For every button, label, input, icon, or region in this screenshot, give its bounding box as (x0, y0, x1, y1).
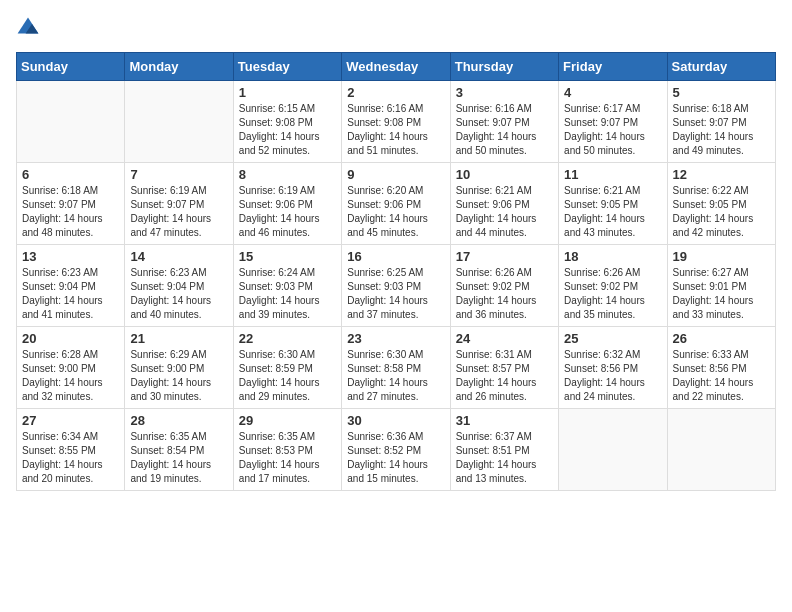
calendar-cell (17, 81, 125, 163)
calendar-header-monday: Monday (125, 53, 233, 81)
day-number: 1 (239, 85, 336, 100)
calendar-cell: 21Sunrise: 6:29 AM Sunset: 9:00 PM Dayli… (125, 327, 233, 409)
day-info: Sunrise: 6:22 AM Sunset: 9:05 PM Dayligh… (673, 184, 770, 240)
calendar-week-3: 20Sunrise: 6:28 AM Sunset: 9:00 PM Dayli… (17, 327, 776, 409)
day-info: Sunrise: 6:17 AM Sunset: 9:07 PM Dayligh… (564, 102, 661, 158)
day-number: 10 (456, 167, 553, 182)
page-header (16, 16, 776, 40)
calendar-header-row: SundayMondayTuesdayWednesdayThursdayFrid… (17, 53, 776, 81)
calendar-cell: 11Sunrise: 6:21 AM Sunset: 9:05 PM Dayli… (559, 163, 667, 245)
day-number: 14 (130, 249, 227, 264)
calendar-cell (125, 81, 233, 163)
calendar-header-thursday: Thursday (450, 53, 558, 81)
day-info: Sunrise: 6:25 AM Sunset: 9:03 PM Dayligh… (347, 266, 444, 322)
calendar-week-2: 13Sunrise: 6:23 AM Sunset: 9:04 PM Dayli… (17, 245, 776, 327)
calendar-cell: 4Sunrise: 6:17 AM Sunset: 9:07 PM Daylig… (559, 81, 667, 163)
day-info: Sunrise: 6:35 AM Sunset: 8:53 PM Dayligh… (239, 430, 336, 486)
calendar-cell: 25Sunrise: 6:32 AM Sunset: 8:56 PM Dayli… (559, 327, 667, 409)
calendar-cell: 8Sunrise: 6:19 AM Sunset: 9:06 PM Daylig… (233, 163, 341, 245)
calendar-cell: 28Sunrise: 6:35 AM Sunset: 8:54 PM Dayli… (125, 409, 233, 491)
day-info: Sunrise: 6:30 AM Sunset: 8:58 PM Dayligh… (347, 348, 444, 404)
day-number: 7 (130, 167, 227, 182)
day-number: 31 (456, 413, 553, 428)
day-number: 18 (564, 249, 661, 264)
calendar-week-4: 27Sunrise: 6:34 AM Sunset: 8:55 PM Dayli… (17, 409, 776, 491)
calendar-cell: 13Sunrise: 6:23 AM Sunset: 9:04 PM Dayli… (17, 245, 125, 327)
day-info: Sunrise: 6:19 AM Sunset: 9:06 PM Dayligh… (239, 184, 336, 240)
day-number: 23 (347, 331, 444, 346)
calendar-header-friday: Friday (559, 53, 667, 81)
calendar-cell (667, 409, 775, 491)
day-number: 30 (347, 413, 444, 428)
day-number: 2 (347, 85, 444, 100)
day-info: Sunrise: 6:30 AM Sunset: 8:59 PM Dayligh… (239, 348, 336, 404)
day-info: Sunrise: 6:37 AM Sunset: 8:51 PM Dayligh… (456, 430, 553, 486)
day-number: 29 (239, 413, 336, 428)
day-number: 17 (456, 249, 553, 264)
day-number: 24 (456, 331, 553, 346)
logo (16, 16, 44, 40)
day-info: Sunrise: 6:26 AM Sunset: 9:02 PM Dayligh… (456, 266, 553, 322)
day-info: Sunrise: 6:27 AM Sunset: 9:01 PM Dayligh… (673, 266, 770, 322)
calendar-header-tuesday: Tuesday (233, 53, 341, 81)
calendar-cell: 27Sunrise: 6:34 AM Sunset: 8:55 PM Dayli… (17, 409, 125, 491)
logo-icon (16, 16, 40, 40)
calendar-cell: 15Sunrise: 6:24 AM Sunset: 9:03 PM Dayli… (233, 245, 341, 327)
calendar-header-wednesday: Wednesday (342, 53, 450, 81)
day-info: Sunrise: 6:28 AM Sunset: 9:00 PM Dayligh… (22, 348, 119, 404)
day-info: Sunrise: 6:16 AM Sunset: 9:07 PM Dayligh… (456, 102, 553, 158)
calendar-cell: 19Sunrise: 6:27 AM Sunset: 9:01 PM Dayli… (667, 245, 775, 327)
day-number: 25 (564, 331, 661, 346)
day-number: 6 (22, 167, 119, 182)
calendar-cell: 18Sunrise: 6:26 AM Sunset: 9:02 PM Dayli… (559, 245, 667, 327)
day-number: 9 (347, 167, 444, 182)
day-number: 4 (564, 85, 661, 100)
day-number: 11 (564, 167, 661, 182)
day-number: 19 (673, 249, 770, 264)
calendar-cell: 3Sunrise: 6:16 AM Sunset: 9:07 PM Daylig… (450, 81, 558, 163)
calendar-cell: 9Sunrise: 6:20 AM Sunset: 9:06 PM Daylig… (342, 163, 450, 245)
day-info: Sunrise: 6:31 AM Sunset: 8:57 PM Dayligh… (456, 348, 553, 404)
calendar-cell: 5Sunrise: 6:18 AM Sunset: 9:07 PM Daylig… (667, 81, 775, 163)
day-info: Sunrise: 6:20 AM Sunset: 9:06 PM Dayligh… (347, 184, 444, 240)
day-info: Sunrise: 6:29 AM Sunset: 9:00 PM Dayligh… (130, 348, 227, 404)
calendar-cell: 23Sunrise: 6:30 AM Sunset: 8:58 PM Dayli… (342, 327, 450, 409)
day-number: 12 (673, 167, 770, 182)
day-number: 13 (22, 249, 119, 264)
day-info: Sunrise: 6:33 AM Sunset: 8:56 PM Dayligh… (673, 348, 770, 404)
calendar-week-0: 1Sunrise: 6:15 AM Sunset: 9:08 PM Daylig… (17, 81, 776, 163)
day-info: Sunrise: 6:18 AM Sunset: 9:07 PM Dayligh… (22, 184, 119, 240)
calendar-cell: 6Sunrise: 6:18 AM Sunset: 9:07 PM Daylig… (17, 163, 125, 245)
day-number: 27 (22, 413, 119, 428)
day-number: 15 (239, 249, 336, 264)
day-number: 5 (673, 85, 770, 100)
day-info: Sunrise: 6:32 AM Sunset: 8:56 PM Dayligh… (564, 348, 661, 404)
day-info: Sunrise: 6:18 AM Sunset: 9:07 PM Dayligh… (673, 102, 770, 158)
calendar-cell: 26Sunrise: 6:33 AM Sunset: 8:56 PM Dayli… (667, 327, 775, 409)
day-number: 28 (130, 413, 227, 428)
day-info: Sunrise: 6:35 AM Sunset: 8:54 PM Dayligh… (130, 430, 227, 486)
day-info: Sunrise: 6:34 AM Sunset: 8:55 PM Dayligh… (22, 430, 119, 486)
calendar-cell: 14Sunrise: 6:23 AM Sunset: 9:04 PM Dayli… (125, 245, 233, 327)
calendar-table: SundayMondayTuesdayWednesdayThursdayFrid… (16, 52, 776, 491)
day-info: Sunrise: 6:23 AM Sunset: 9:04 PM Dayligh… (130, 266, 227, 322)
calendar-cell: 12Sunrise: 6:22 AM Sunset: 9:05 PM Dayli… (667, 163, 775, 245)
calendar-header-saturday: Saturday (667, 53, 775, 81)
day-info: Sunrise: 6:23 AM Sunset: 9:04 PM Dayligh… (22, 266, 119, 322)
calendar-header-sunday: Sunday (17, 53, 125, 81)
calendar-cell: 2Sunrise: 6:16 AM Sunset: 9:08 PM Daylig… (342, 81, 450, 163)
calendar-cell: 31Sunrise: 6:37 AM Sunset: 8:51 PM Dayli… (450, 409, 558, 491)
day-info: Sunrise: 6:19 AM Sunset: 9:07 PM Dayligh… (130, 184, 227, 240)
day-info: Sunrise: 6:16 AM Sunset: 9:08 PM Dayligh… (347, 102, 444, 158)
day-info: Sunrise: 6:15 AM Sunset: 9:08 PM Dayligh… (239, 102, 336, 158)
day-number: 3 (456, 85, 553, 100)
calendar-cell: 17Sunrise: 6:26 AM Sunset: 9:02 PM Dayli… (450, 245, 558, 327)
day-number: 20 (22, 331, 119, 346)
day-info: Sunrise: 6:21 AM Sunset: 9:05 PM Dayligh… (564, 184, 661, 240)
calendar-week-1: 6Sunrise: 6:18 AM Sunset: 9:07 PM Daylig… (17, 163, 776, 245)
calendar-cell (559, 409, 667, 491)
calendar-cell: 10Sunrise: 6:21 AM Sunset: 9:06 PM Dayli… (450, 163, 558, 245)
calendar-cell: 7Sunrise: 6:19 AM Sunset: 9:07 PM Daylig… (125, 163, 233, 245)
day-number: 16 (347, 249, 444, 264)
day-info: Sunrise: 6:36 AM Sunset: 8:52 PM Dayligh… (347, 430, 444, 486)
